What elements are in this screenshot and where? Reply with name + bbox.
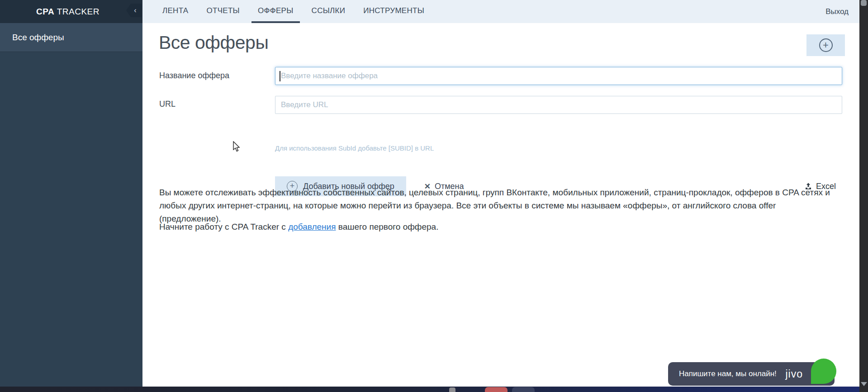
taskbar-icon <box>449 387 455 392</box>
logout-button[interactable]: Выход <box>825 0 849 23</box>
taskbar-red-button[interactable] <box>485 387 508 392</box>
offer-name-input[interactable] <box>275 67 842 85</box>
start-text-before: Начните работу с CPA Tracker с <box>159 222 288 231</box>
tab-instrumenty[interactable]: ИНСТРУМЕНТЫ <box>357 0 431 23</box>
nav-tabs: ЛЕНТА ОТЧЕТЫ ОФФЕРЫ ССЫЛКИ ИНСТРУМЕНТЫ <box>156 0 436 23</box>
sidebar-header: CPA TRACKER ‹ <box>0 0 142 23</box>
app-logo: CPA TRACKER <box>36 7 100 17</box>
subid-hint: Для использования SubId добавьте [SUBID]… <box>275 144 434 152</box>
sidebar: CPA TRACKER ‹ Все офферы <box>0 0 142 387</box>
add-offer-top-button[interactable]: + <box>806 34 845 56</box>
taskbar <box>0 387 868 392</box>
tab-ssylki[interactable]: ССЫЛКИ <box>305 0 352 23</box>
chat-widget[interactable]: Напишите нам, мы онлайн! jivo <box>668 362 835 386</box>
plus-circle-icon: + <box>819 38 833 52</box>
scrollbar-thumb[interactable] <box>861 0 867 6</box>
chat-message: Напишите нам, мы онлайн! <box>679 369 777 378</box>
intro-description: Вы можете отслеживать эффективность собс… <box>159 186 838 225</box>
offer-url-label: URL <box>159 99 175 109</box>
vertical-scrollbar[interactable] <box>859 0 868 392</box>
tab-otchety[interactable]: ОТЧЕТЫ <box>200 0 246 23</box>
sidebar-item-label: Все офферы <box>12 33 64 43</box>
start-instruction: Начните работу с CPA Tracker с добавлени… <box>159 222 438 232</box>
page-title: Все офферы <box>159 32 268 53</box>
top-navigation: ЛЕНТА ОТЧЕТЫ ОФФЕРЫ ССЫЛКИ ИНСТРУМЕНТЫ В… <box>142 0 859 23</box>
add-first-offer-link[interactable]: добавления <box>288 222 336 231</box>
tab-label: ОФФЕРЫ <box>258 6 294 15</box>
start-text-after: вашего первого оффера. <box>336 222 439 231</box>
chevron-left-icon: ‹ <box>134 6 136 14</box>
tab-label: ИНСТРУМЕНТЫ <box>363 6 424 15</box>
tab-lenta[interactable]: ЛЕНТА <box>156 0 194 23</box>
brand-rest: TRACKER <box>54 7 100 16</box>
text-caret <box>280 71 280 81</box>
brand-bold: CPA <box>36 7 54 16</box>
scrollbar-down-arrow[interactable] <box>861 382 867 386</box>
offer-url-input[interactable] <box>275 96 842 114</box>
tab-offery[interactable]: ОФФЕРЫ <box>251 0 300 23</box>
jivo-leaf-icon <box>811 359 836 384</box>
offer-name-label: Название оффера <box>159 71 229 80</box>
tab-label: ССЫЛКИ <box>312 6 346 15</box>
sidebar-item-all-offers[interactable]: Все офферы <box>0 23 142 52</box>
logout-label: Выход <box>825 7 849 16</box>
sidebar-collapse-button[interactable]: ‹ <box>126 4 142 17</box>
main-content: Все офферы + Название оффера URL Для исп… <box>142 23 859 387</box>
tab-label: ЛЕНТА <box>162 6 188 15</box>
tab-label: ОТЧЕТЫ <box>206 6 240 15</box>
taskbar-blue-button[interactable] <box>512 387 535 392</box>
jivo-logo: jivo <box>785 368 803 380</box>
